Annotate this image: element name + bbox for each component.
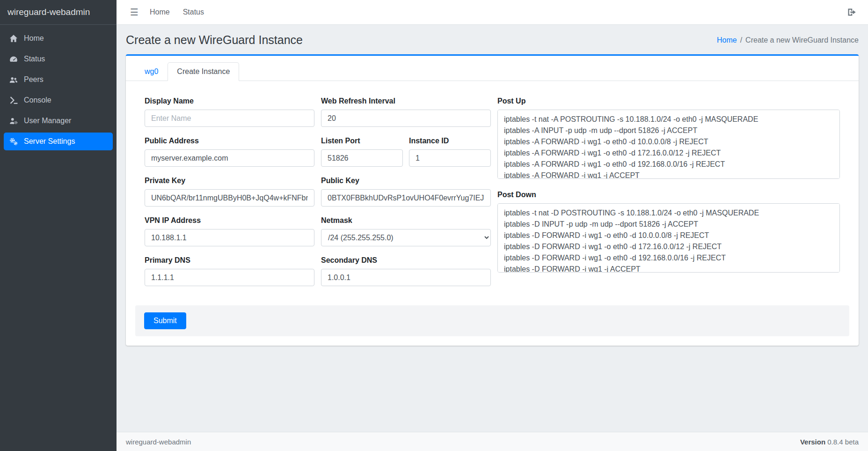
public-key-input[interactable]	[321, 189, 491, 207]
primary-dns-label: Primary DNS	[145, 256, 314, 265]
form-footer: Submit	[135, 305, 849, 336]
post-down-label: Post Down	[497, 191, 840, 199]
tab-wg0[interactable]: wg0	[135, 62, 168, 81]
form-column-middle: Web Refresh Interval Listen Port Instanc…	[321, 97, 491, 296]
listen-port-label: Listen Port	[321, 137, 403, 145]
sidebar-item-label: Console	[24, 96, 51, 104]
public-address-label: Public Address	[145, 137, 314, 145]
sidebar-item-label: Server Settings	[24, 137, 75, 146]
page-title: Create a new WireGuard Instance	[126, 33, 303, 47]
breadcrumb-home-link[interactable]: Home	[717, 36, 737, 44]
terminal-icon	[8, 96, 19, 104]
secondary-dns-input[interactable]	[321, 269, 491, 286]
gauge-icon	[8, 55, 19, 63]
home-icon	[8, 34, 19, 43]
post-up-label: Post Up	[497, 97, 840, 105]
sign-out-icon	[847, 7, 856, 17]
instance-card: wg0 Create Instance Display Name Public …	[126, 54, 859, 346]
footer-version-label: Version	[800, 438, 825, 446]
topnav-link-status[interactable]: Status	[176, 8, 211, 16]
vpn-ip-label: VPN IP Address	[145, 216, 314, 225]
sidebar-brand[interactable]: wireguard-webadmin	[0, 0, 117, 25]
top-navbar: ☰ Home Status	[117, 0, 868, 25]
user-gear-icon	[8, 117, 19, 125]
public-address-input[interactable]	[145, 149, 314, 167]
form-column-left: Display Name Public Address Private Key	[145, 97, 314, 296]
primary-dns-input[interactable]	[145, 269, 314, 286]
post-down-textarea[interactable]: iptables -t nat -D POSTROUTING -s 10.188…	[497, 203, 840, 273]
netmask-label: Netmask	[321, 216, 491, 225]
logout-button[interactable]	[844, 6, 859, 19]
post-up-textarea[interactable]: iptables -t nat -A POSTROUTING -s 10.188…	[497, 110, 840, 179]
secondary-dns-label: Secondary DNS	[321, 256, 491, 265]
instance-id-input[interactable]	[409, 149, 491, 167]
topnav-link-home[interactable]: Home	[143, 8, 176, 16]
web-refresh-interval-label: Web Refresh Interval	[321, 97, 491, 105]
sidebar-item-home[interactable]: Home	[4, 30, 113, 47]
sidebar: wireguard-webadmin Home Status Peers Con…	[0, 0, 117, 451]
content-header: Create a new WireGuard Instance Home/Cre…	[117, 25, 868, 53]
private-key-label: Private Key	[145, 177, 314, 185]
sidebar-item-label: Home	[24, 34, 44, 43]
sidebar-menu: Home Status Peers Console	[0, 25, 117, 150]
breadcrumb-current: Create a new WireGuard Instance	[745, 36, 859, 44]
sidebar-item-server-settings[interactable]: Server Settings	[4, 133, 113, 150]
listen-port-input[interactable]	[321, 149, 403, 167]
sidebar-item-user-manager[interactable]: User Manager	[4, 112, 113, 130]
private-key-input[interactable]	[145, 189, 314, 207]
users-icon	[8, 75, 19, 84]
submit-button[interactable]: Submit	[144, 312, 186, 329]
public-key-label: Public Key	[321, 177, 491, 185]
footer-version-value: 0.8.4 beta	[827, 438, 859, 446]
instance-id-label: Instance ID	[409, 137, 491, 145]
breadcrumb-separator: /	[740, 36, 742, 44]
display-name-label: Display Name	[145, 97, 314, 105]
sidebar-item-label: User Manager	[24, 117, 71, 125]
footer-version: Version 0.8.4 beta	[800, 438, 859, 446]
sidebar-item-label: Peers	[24, 75, 44, 84]
sidebar-item-console[interactable]: Console	[4, 91, 113, 109]
vpn-ip-input[interactable]	[145, 229, 314, 246]
netmask-select[interactable]: /24 (255.255.255.0)	[321, 229, 491, 246]
sidebar-item-peers[interactable]: Peers	[4, 71, 113, 89]
breadcrumb: Home/Create a new WireGuard Instance	[717, 36, 859, 44]
footer-brand-text: wireguard-webadmin	[126, 438, 191, 446]
page-footer: wireguard-webadmin Version 0.8.4 beta	[117, 432, 868, 451]
main-area: ☰ Home Status Create a new WireGuard Ins…	[117, 0, 868, 451]
tab-create-instance[interactable]: Create Instance	[168, 62, 239, 81]
gears-icon	[8, 137, 19, 146]
sidebar-item-status[interactable]: Status	[4, 50, 113, 68]
web-refresh-interval-input[interactable]	[321, 110, 491, 127]
content-wrapper: Create a new WireGuard Instance Home/Cre…	[117, 25, 868, 432]
create-instance-form: Display Name Public Address Private Key	[126, 81, 859, 346]
hamburger-menu-icon[interactable]: ☰	[125, 5, 143, 20]
display-name-input[interactable]	[145, 110, 314, 127]
instance-tabs: wg0 Create Instance	[126, 56, 859, 81]
sidebar-item-label: Status	[24, 55, 45, 63]
form-column-right: Post Up iptables -t nat -A POSTROUTING -…	[497, 97, 840, 296]
